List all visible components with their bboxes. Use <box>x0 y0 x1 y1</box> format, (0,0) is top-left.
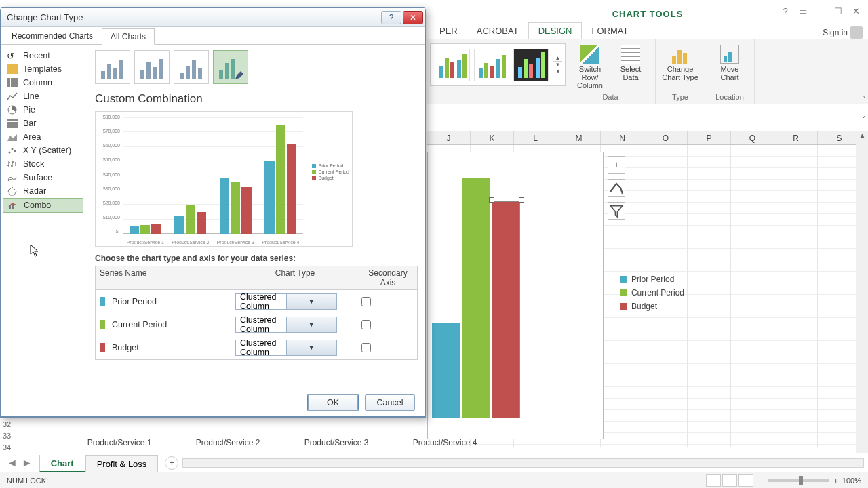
series-name: Current Period <box>112 320 235 329</box>
scatter-icon <box>7 146 18 155</box>
dialog-help-button[interactable]: ? <box>381 11 401 24</box>
col-header[interactable]: K <box>471 131 514 144</box>
tab-all-charts[interactable]: All Charts <box>102 28 155 45</box>
hdr-secondary-axis: Secondary Axis <box>359 266 417 289</box>
cat-combo[interactable]: Combo <box>3 198 83 213</box>
chart-type-select[interactable]: Clustered Column▼ <box>235 317 337 333</box>
sheet-tab-pl[interactable]: Profit & Loss <box>85 455 159 472</box>
cat-line[interactable]: Line <box>3 89 83 103</box>
cat-area[interactable]: Area <box>3 130 83 144</box>
col-header[interactable]: N <box>601 131 644 144</box>
cat-pie[interactable]: Pie <box>3 103 83 117</box>
chart-type-select[interactable]: Clustered Column▼ <box>235 293 337 310</box>
collapse-ribbon-icon[interactable]: ˄ <box>862 95 865 102</box>
cat-column[interactable]: Column <box>3 76 83 89</box>
recent-icon: ↺ <box>7 51 18 60</box>
chevron-down-icon: ▼ <box>286 294 337 309</box>
hdr-chart-type: Chart Type <box>231 266 359 289</box>
style-thumb[interactable] <box>474 49 509 81</box>
hdr-series-name: Series Name <box>96 266 231 289</box>
change-chart-type-dialog: Change Chart Type ? ✕ Recommended Charts… <box>0 7 426 418</box>
cat-surface[interactable]: Surface <box>3 171 83 184</box>
surface-icon <box>7 173 18 182</box>
chart-style-gallery[interactable]: ▲▼▾ <box>430 43 566 86</box>
ribbon-tab-design[interactable]: DESIGN <box>528 22 583 39</box>
style-thumb[interactable] <box>513 49 549 81</box>
zoom-control[interactable]: −+ 100% <box>760 476 861 485</box>
gallery-spinner[interactable]: ▲▼▾ <box>553 55 562 75</box>
sign-in[interactable]: Sign in <box>823 26 863 39</box>
series-name: Budget <box>112 343 235 352</box>
preview-y-axis: $80,000$70,000$60,000$50,000$40,000$30,0… <box>97 115 120 234</box>
series-swatch <box>100 297 105 306</box>
series-table: Series Name Chart Type Secondary Axis Pr… <box>95 266 418 360</box>
subtype-custom[interactable] <box>213 50 248 84</box>
new-sheet-button[interactable]: + <box>165 456 178 470</box>
svg-point-3 <box>14 150 16 152</box>
move-chart-button[interactable]: Move Chart <box>711 42 749 81</box>
style-thumb[interactable] <box>435 49 470 81</box>
ribbon-tab-format[interactable]: FORMAT <box>582 23 637 39</box>
subtype-2[interactable] <box>134 50 170 84</box>
col-header[interactable]: P <box>688 131 731 144</box>
chart-styles-button[interactable] <box>608 179 625 197</box>
cat-bar[interactable]: Bar <box>3 117 83 130</box>
secondary-axis-checkbox[interactable] <box>361 297 371 306</box>
tab-recommended[interactable]: Recommended Charts <box>3 28 102 44</box>
embedded-chart[interactable]: Prior Period Current Period Budget <box>427 152 604 439</box>
ribbon-tab-per[interactable]: PER <box>430 23 467 39</box>
ok-button[interactable]: OK <box>308 394 358 411</box>
help-icon[interactable]: ? <box>777 4 793 18</box>
grid-icon <box>621 45 640 64</box>
col-header[interactable]: R <box>774 131 818 144</box>
x-axis-labels: Product/Service 1 Product/Service 2 Prod… <box>65 438 665 447</box>
dialog-tabs: Recommended Charts All Charts <box>1 27 425 45</box>
subtype-1[interactable] <box>95 50 130 84</box>
sheet-nav[interactable]: ◄► <box>0 457 39 469</box>
ribbon-tab-acrobat[interactable]: ACROBAT <box>467 23 528 39</box>
group-label: Location <box>715 92 744 102</box>
formula-bar-expand-icon[interactable]: ˅ <box>862 115 865 123</box>
scroll-up-icon[interactable]: ▲ <box>856 131 868 144</box>
chart-filters-button[interactable] <box>608 202 625 220</box>
switch-row-column-button[interactable]: Switch Row/ Column <box>571 42 609 89</box>
minimize-icon[interactable]: — <box>812 4 829 18</box>
chart-elements-button[interactable]: + <box>608 156 625 174</box>
col-header[interactable]: J <box>427 131 471 144</box>
radar-icon <box>7 186 18 196</box>
secondary-axis-checkbox[interactable] <box>361 320 371 329</box>
cat-radar[interactable]: Radar <box>3 184 83 198</box>
maximize-icon[interactable]: ☐ <box>830 4 846 18</box>
cat-recent[interactable]: ↺Recent <box>3 49 83 62</box>
move-chart-icon <box>720 45 739 64</box>
secondary-axis-checkbox[interactable] <box>361 343 371 352</box>
dialog-titlebar[interactable]: Change Chart Type ? ✕ <box>1 8 425 27</box>
col-header[interactable]: M <box>557 131 601 144</box>
vertical-scrollbar[interactable]: ▲ ▼ <box>856 131 868 469</box>
dialog-close-button[interactable]: ✕ <box>403 11 423 24</box>
dialog-title: Change Chart Type <box>7 12 83 22</box>
col-header[interactable]: S <box>818 131 861 144</box>
chart-side-buttons: + <box>608 156 625 220</box>
ribbon-group-type: Change Chart Type Type <box>656 39 705 104</box>
series-row-budget: Budget Clustered Column▼ <box>96 336 417 359</box>
view-buttons[interactable] <box>706 474 753 487</box>
subtype-3[interactable] <box>174 50 209 84</box>
cancel-button[interactable]: Cancel <box>365 394 415 411</box>
bar-icon <box>7 119 18 128</box>
col-header[interactable]: O <box>644 131 688 144</box>
select-data-button[interactable]: Select Data <box>612 42 650 81</box>
chart-type-select[interactable]: Clustered Column▼ <box>235 340 337 356</box>
ribbon-options-icon[interactable]: ▭ <box>795 4 811 18</box>
change-chart-type-button[interactable]: Change Chart Type <box>661 42 699 81</box>
cat-stock[interactable]: Stock <box>3 157 83 171</box>
horizontal-scrollbar[interactable] <box>178 458 868 468</box>
chart-bars <box>432 167 527 418</box>
cat-scatter[interactable]: X Y (Scatter) <box>3 144 83 157</box>
cat-templates[interactable]: Templates <box>3 62 83 76</box>
sheet-tab-chart[interactable]: Chart <box>39 455 85 472</box>
close-icon[interactable]: ✕ <box>848 4 864 18</box>
col-header[interactable]: Q <box>731 131 774 144</box>
preview-legend: Prior Period Current Period Budget <box>312 163 349 182</box>
col-header[interactable]: L <box>514 131 557 144</box>
